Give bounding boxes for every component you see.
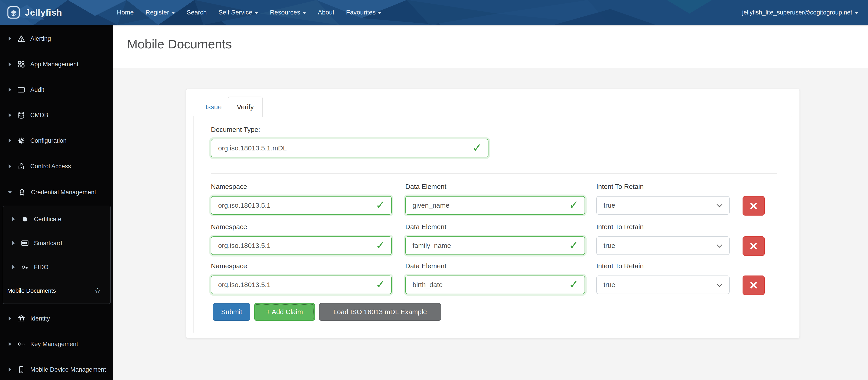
top-navbar: Jellyfish Home Register Search Self Serv… — [0, 0, 868, 25]
data-element-label: Data Element — [405, 183, 446, 191]
sidebar-item-mobile-documents[interactable]: Mobile Documents ☆ — [3, 284, 110, 298]
sidebar-item-alerting[interactable]: Alerting — [0, 31, 113, 46]
data-element-input[interactable]: given_name ✓ — [405, 196, 585, 215]
nav-item-resources[interactable]: Resources — [270, 9, 306, 16]
caret-right-icon — [12, 265, 15, 269]
star-outline-icon[interactable]: ☆ — [94, 286, 101, 295]
namespace-input[interactable]: org.iso.18013.5.1 ✓ — [211, 275, 392, 294]
key-icon — [17, 340, 25, 348]
sidebar: Alerting App Management Audit CMDB — [0, 25, 113, 380]
namespace-label: Namespace — [211, 262, 247, 270]
document-type-label: Document Type: — [211, 126, 260, 134]
data-element-label: Data Element — [405, 223, 446, 231]
sidebar-item-mobile-device-management[interactable]: Mobile Device Management — [0, 362, 113, 377]
smartcard-icon — [21, 239, 29, 247]
caret-right-icon — [8, 316, 11, 321]
remove-claim-button[interactable] — [743, 236, 765, 256]
main-menu: Home Register Search Self Service Resour… — [117, 0, 381, 25]
valid-check-icon: ✓ — [569, 238, 579, 252]
add-claim-button[interactable]: + Add Claim — [254, 303, 315, 321]
nav-item-self-service[interactable]: Self Service — [219, 9, 258, 16]
caret-down-icon — [8, 191, 12, 194]
data-element-input[interactable]: birth_date ✓ — [405, 275, 585, 294]
verify-tab-panel: Document Type: org.iso.18013.5.1.mDL ✓ N… — [193, 116, 792, 333]
chevron-down-icon — [855, 12, 859, 14]
valid-check-icon: ✓ — [375, 198, 385, 212]
sidebar-item-smartcard[interactable]: Smartcard — [3, 236, 110, 251]
caret-right-icon — [12, 241, 15, 245]
unlock-icon — [17, 162, 25, 170]
caret-right-icon — [8, 88, 11, 92]
chevron-down-icon — [717, 281, 722, 287]
credential-management-group: Certificate Smartcard FIDO Mobile Docume… — [3, 206, 111, 304]
sidebar-item-control-access[interactable]: Control Access — [0, 159, 113, 174]
intent-to-retain-select[interactable]: true — [596, 275, 730, 294]
page-header: Mobile Documents — [113, 25, 868, 68]
namespace-input[interactable]: org.iso.18013.5.1 ✓ — [211, 236, 392, 255]
x-icon — [749, 241, 758, 251]
tab-verify[interactable]: Verify — [228, 96, 263, 117]
chevron-down-icon — [171, 12, 175, 14]
jellyfish-logo-icon — [6, 5, 21, 20]
sidebar-item-configuration[interactable]: Configuration — [0, 134, 113, 148]
namespace-label: Namespace — [211, 223, 247, 231]
tab-issue[interactable]: Issue — [206, 98, 228, 116]
remove-claim-button[interactable] — [743, 196, 765, 215]
caret-right-icon — [8, 37, 11, 41]
remove-claim-button[interactable] — [743, 275, 765, 295]
database-icon — [17, 111, 25, 119]
gear-icon — [17, 137, 25, 145]
data-element-input[interactable]: family_name ✓ — [405, 236, 585, 255]
account-menu[interactable]: jellyfish_lite_superuser@cogitogroup.net — [742, 0, 859, 25]
audit-card-icon — [17, 86, 25, 94]
caret-right-icon — [8, 139, 11, 143]
sidebar-item-certificate[interactable]: Certificate — [3, 212, 110, 227]
nav-item-register[interactable]: Register — [146, 9, 175, 16]
document-type-input[interactable]: org.iso.18013.5.1.mDL ✓ — [211, 139, 489, 157]
caret-right-icon — [12, 217, 15, 221]
apps-icon — [17, 60, 25, 68]
nav-item-search[interactable]: Search — [187, 9, 207, 16]
chevron-down-icon — [717, 202, 722, 207]
namespace-label: Namespace — [211, 183, 247, 191]
intent-to-retain-select[interactable]: true — [596, 196, 730, 215]
jellyfish-brand[interactable]: Jellyfish — [6, 0, 62, 25]
intent-to-retain-label: Intent To Retain — [596, 262, 644, 270]
intent-to-retain-label: Intent To Retain — [596, 223, 644, 231]
sidebar-item-cmdb[interactable]: CMDB — [0, 108, 113, 122]
key-icon — [21, 263, 29, 271]
sidebar-item-credential-management[interactable]: Credential Management — [0, 185, 113, 200]
nav-item-favourites[interactable]: Favourites — [346, 9, 381, 16]
sidebar-item-label: Mobile Documents — [7, 287, 56, 294]
intent-to-retain-select[interactable]: true — [596, 236, 730, 255]
load-iso-example-button[interactable]: Load ISO 18013 mDL Example — [319, 303, 441, 321]
badge-icon — [18, 188, 26, 196]
caret-right-icon — [8, 368, 11, 372]
sidebar-item-key-management[interactable]: Key Management — [0, 337, 113, 351]
valid-check-icon: ✓ — [375, 277, 385, 291]
sidebar-item-audit[interactable]: Audit — [0, 83, 113, 97]
sidebar-item-fido[interactable]: FIDO — [3, 260, 110, 274]
chevron-down-icon — [378, 12, 381, 14]
caret-right-icon — [8, 342, 11, 346]
section-divider — [211, 173, 777, 174]
nav-item-home[interactable]: Home — [117, 9, 134, 16]
bank-icon — [17, 314, 25, 323]
page-title: Mobile Documents — [127, 37, 232, 51]
caret-right-icon — [8, 164, 11, 168]
nav-item-about[interactable]: About — [318, 9, 334, 16]
valid-check-icon: ✓ — [375, 238, 385, 252]
sidebar-item-app-management[interactable]: App Management — [0, 57, 113, 71]
valid-check-icon: ✓ — [569, 277, 579, 291]
caret-right-icon — [8, 113, 11, 117]
namespace-input[interactable]: org.iso.18013.5.1 ✓ — [211, 196, 392, 215]
chevron-down-icon — [717, 242, 722, 247]
chevron-down-icon — [303, 12, 306, 14]
phone-icon — [17, 366, 25, 374]
data-element-label: Data Element — [405, 262, 446, 270]
circle-icon — [21, 215, 29, 223]
submit-button[interactable]: Submit — [213, 303, 250, 321]
account-email: jellyfish_lite_superuser@cogitogroup.net — [742, 9, 852, 16]
sidebar-item-identity[interactable]: Identity — [0, 311, 113, 326]
x-icon — [749, 201, 758, 210]
